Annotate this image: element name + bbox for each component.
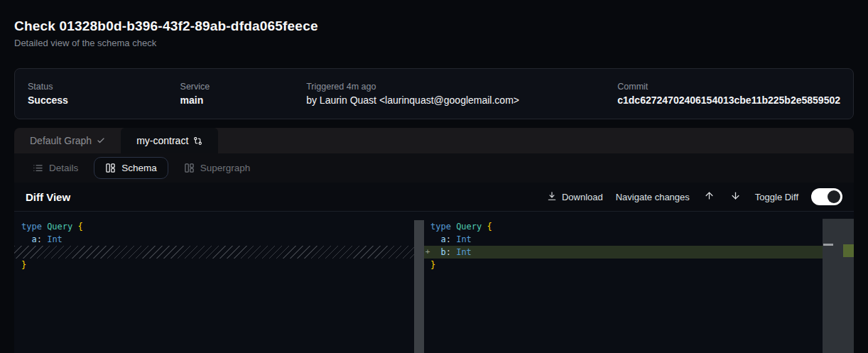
triggered-value: by Laurin Quast <laurinquast@googlemail.…	[306, 94, 617, 106]
schema-check-page: Check 01328b0d-b396-43f2-89ab-dfda065fee…	[0, 0, 868, 353]
tab-details-label: Details	[49, 163, 78, 173]
diff-toolbar-actions: Download Navigate changes Toggle Diff	[547, 188, 842, 205]
code-token	[72, 222, 77, 232]
arrow-down-icon	[730, 190, 741, 203]
status-value: Success	[28, 94, 180, 106]
commit-label: Commit	[617, 82, 840, 92]
code-token: Query	[47, 222, 72, 232]
tab-supergraph[interactable]: Supergraph	[175, 157, 259, 179]
code-token: :	[446, 247, 451, 257]
commit-column: Commit c1dc62724702406154013cbe11b225b2e…	[617, 82, 840, 106]
check-info-panel: Status Success Service main Triggered 4m…	[14, 68, 854, 119]
navigate-changes-label: Navigate changes	[616, 192, 690, 202]
download-button[interactable]: Download	[547, 191, 603, 203]
code-token	[482, 222, 487, 232]
code-token: Int	[47, 234, 63, 244]
code-line: a: Int	[424, 233, 823, 246]
code-token	[21, 234, 31, 244]
service-column: Service main	[180, 82, 307, 106]
code-token: {	[487, 222, 492, 232]
code-line: a: Int	[14, 233, 424, 246]
status-column: Status Success	[28, 82, 180, 106]
check-icon	[97, 136, 105, 145]
diff-placeholder-line	[14, 246, 424, 259]
code-token: type	[430, 222, 451, 232]
download-icon	[547, 191, 557, 203]
service-label: Service	[180, 82, 307, 92]
code-token	[430, 247, 440, 257]
code-token: b	[440, 247, 445, 257]
inserted-code-line: b: Int	[424, 246, 823, 259]
triggered-label: Triggered 4m ago	[306, 82, 617, 92]
diff-view-title: Diff View	[26, 191, 70, 203]
previous-change-button[interactable]	[702, 190, 716, 203]
scrollbar-slider[interactable]	[823, 244, 833, 246]
code-token: }	[21, 260, 26, 270]
tab-details[interactable]: Details	[24, 157, 87, 179]
toggle-diff-switch[interactable]	[811, 188, 842, 205]
check-detail-panel: Default Graph my-contract Details	[14, 128, 854, 353]
download-label: Download	[562, 192, 603, 202]
next-change-button[interactable]	[729, 190, 742, 203]
contract-tabbar: Default Graph my-contract	[14, 128, 854, 153]
toggle-diff-label: Toggle Diff	[755, 192, 798, 202]
tab-schema[interactable]: Schema	[94, 157, 168, 179]
code-token: a	[440, 234, 445, 244]
service-value: main	[180, 94, 307, 106]
tab-default-graph[interactable]: Default Graph	[14, 128, 121, 153]
toggle-knob	[828, 190, 840, 203]
right-pane-scrollbar[interactable]	[823, 219, 854, 353]
list-icon	[33, 163, 43, 173]
code-token: Int	[456, 247, 472, 257]
code-line: type Query {	[14, 220, 424, 233]
tab-my-contract[interactable]: my-contract	[121, 128, 218, 153]
overview-ruler-insert-marker	[843, 244, 854, 257]
code-token: :	[37, 234, 42, 244]
tab-my-contract-label: my-contract	[136, 135, 188, 146]
panels-icon	[184, 163, 195, 173]
code-token: type	[21, 222, 42, 232]
left-pane-scrollbar[interactable]	[414, 220, 424, 353]
status-label: Status	[28, 82, 180, 92]
diff-right-pane: type Query { a: Int b: Int}	[424, 220, 823, 353]
code-token: {	[78, 222, 83, 232]
panels-icon	[105, 163, 116, 173]
diff-left-pane: type Query { a: Int}	[14, 220, 424, 353]
code-token	[430, 234, 440, 244]
tab-schema-label: Schema	[121, 163, 157, 173]
git-compare-icon	[193, 136, 202, 146]
code-token: :	[446, 234, 451, 244]
code-line: }	[424, 259, 823, 271]
code-token: }	[430, 260, 435, 270]
view-tabbar: Details Schema Supergraph	[14, 153, 854, 183]
code-line: }	[14, 259, 424, 271]
arrow-up-icon	[704, 190, 715, 203]
code-line: type Query {	[424, 220, 823, 233]
code-token: Query	[456, 222, 482, 232]
tab-supergraph-label: Supergraph	[200, 163, 251, 173]
page-title: Check 01328b0d-b396-43f2-89ab-dfda065fee…	[14, 18, 318, 34]
code-token: Int	[456, 234, 472, 244]
tab-default-graph-label: Default Graph	[30, 135, 92, 146]
triggered-column: Triggered 4m ago by Laurin Quast <laurin…	[306, 82, 617, 106]
diff-editor[interactable]: type Query { a: Int} + type Query { a: I…	[14, 212, 854, 353]
page-subtitle: Detailed view of the schema check	[14, 38, 156, 48]
code-token: a	[31, 234, 36, 244]
commit-value: c1dc62724702406154013cbe11b225b2e5859502	[617, 94, 840, 106]
diff-toolbar: Diff View Download Navigate changes	[14, 183, 854, 212]
